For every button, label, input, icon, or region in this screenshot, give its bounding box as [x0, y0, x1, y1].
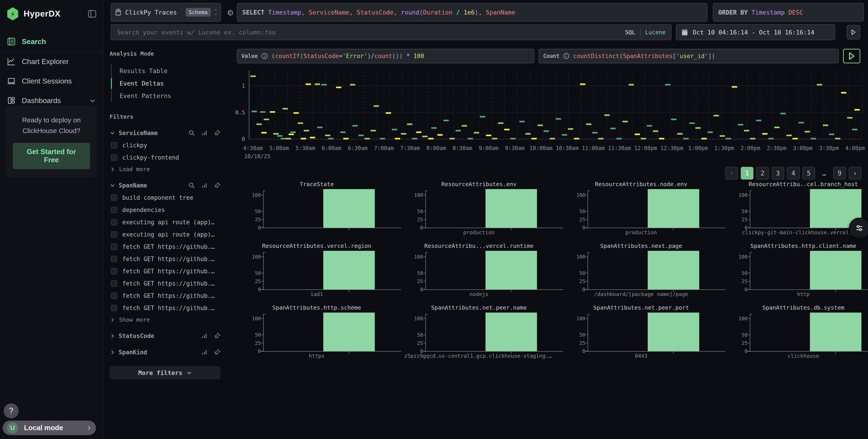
more-filters-button[interactable]: More filters: [110, 366, 220, 379]
checkbox[interactable]: [111, 256, 117, 262]
show-more-link[interactable]: Show more: [110, 316, 220, 323]
pin-icon[interactable]: [214, 182, 220, 189]
chart-settings-button[interactable]: [849, 218, 868, 239]
filter-option[interactable]: build component tree: [110, 194, 220, 201]
x-axis-tick-label: 12:00pm: [634, 145, 657, 151]
local-mode-pill[interactable]: U Local mode: [3, 420, 96, 435]
checkbox[interactable]: [111, 268, 117, 274]
sidebar-item-search[interactable]: Search: [0, 32, 103, 51]
filter-option[interactable]: fetch GET https://github.…: [110, 256, 220, 262]
analysis-mode-results-table[interactable]: Results Table: [112, 65, 220, 77]
lang-toggle-lucene[interactable]: Lucene: [645, 29, 665, 36]
filter-group-header[interactable]: ServiceName: [110, 129, 220, 137]
mini-chart-spanattributes-http-scheme[interactable]: SpanAttributes.http.scheme10050250https: [242, 304, 404, 359]
bar-chart-icon[interactable]: [201, 129, 208, 137]
pin-icon[interactable]: [214, 349, 220, 356]
checkbox[interactable]: [111, 231, 117, 238]
local-mode-label: Local mode: [24, 424, 63, 432]
code-token: =: [339, 53, 343, 59]
filter-option[interactable]: executing api route (app)…: [110, 219, 220, 226]
mini-y-tick-label: 100: [739, 316, 747, 321]
checkbox[interactable]: [111, 219, 117, 226]
mini-chart-spanattributes-net-peer-port[interactable]: SpanAttributes.net.peer.port100502508443: [566, 304, 728, 359]
checkbox[interactable]: [111, 195, 117, 201]
mini-chart-spanattributes-http-client-name[interactable]: SpanAttributes.http.client.name10050250h…: [728, 242, 868, 304]
checkbox[interactable]: [111, 207, 117, 213]
mini-chart-title: SpanAttributes.http.scheme: [242, 304, 392, 311]
checkbox[interactable]: [111, 154, 117, 161]
mini-chart-resourceattributes-node-env[interactable]: ResourceAttributes.node.env10050250produ…: [566, 180, 728, 242]
date-range-picker[interactable]: Oct 10 04:16:14 - Oct 10 16:16:14: [676, 24, 835, 40]
sidebar-item-client-sessions[interactable]: Client Sessions: [0, 71, 103, 91]
run-analysis-button[interactable]: [843, 49, 860, 63]
pagination-page-5[interactable]: 5: [802, 167, 815, 180]
filter-option[interactable]: clickpy-frontend: [110, 154, 220, 161]
analysis-mode-event-deltas[interactable]: Event Deltas: [112, 77, 220, 90]
select-clause-input[interactable]: SELECT Timestamp, ServiceName, StatusCod…: [237, 3, 707, 22]
schema-badge: Schema: [186, 8, 211, 17]
filter-option[interactable]: clickpy: [110, 142, 220, 149]
bar-chart-icon[interactable]: [201, 182, 208, 189]
dashboards-icon: [7, 96, 16, 105]
checkbox[interactable]: [111, 243, 117, 250]
run-search-button[interactable]: [847, 25, 860, 39]
search-icon[interactable]: [188, 182, 195, 189]
checkbox[interactable]: [111, 305, 117, 311]
mini-chart-resourceattributes-vercel-region[interactable]: ResourceAttributes.vercel.region10050250…: [242, 242, 404, 304]
collapse-sidebar-icon[interactable]: [88, 10, 96, 18]
chevron-down-icon: [110, 182, 116, 188]
filter-option[interactable]: fetch GET https://github.…: [110, 292, 220, 299]
filter-group-header[interactable]: SpanKind: [110, 349, 220, 356]
pin-icon[interactable]: [214, 129, 220, 137]
mini-y-tick-label: 25: [255, 217, 261, 223]
orderby-clause-input[interactable]: ORDER BY Timestamp DESC: [713, 3, 864, 22]
checkbox[interactable]: [111, 293, 117, 299]
filter-option[interactable]: fetch GET https://github.…: [110, 280, 220, 287]
source-selector[interactable]: ClickPy Traces Schema ⌃⌄: [111, 3, 221, 22]
code-token: 'Error': [342, 53, 367, 59]
pagination-page-4[interactable]: 4: [787, 167, 800, 180]
load-more-link[interactable]: Load more: [110, 166, 220, 173]
pagination-page-3[interactable]: 3: [772, 167, 784, 180]
mini-chart-resourceattribu-vercel-runtime[interactable]: ResourceAttribu...vercel.runtime10050250…: [404, 242, 566, 304]
get-started-button[interactable]: Get Started for Free: [13, 143, 90, 169]
bar-chart-icon[interactable]: [201, 332, 208, 339]
bar-chart-icon[interactable]: [201, 349, 208, 356]
mini-chart-plot: 10050250: [588, 251, 715, 289]
analysis-mode-event-patterns[interactable]: Event Patterns: [112, 90, 220, 102]
mini-chart-tracestate[interactable]: TraceState10050250: [242, 180, 404, 242]
pin-icon[interactable]: [214, 332, 220, 339]
mini-chart-bar: [486, 313, 537, 351]
lang-toggle-sql[interactable]: SQL: [625, 29, 635, 36]
pagination-next-button[interactable]: ›: [849, 167, 861, 180]
count-expression-input[interactable]: Count countDistinct(SpanAttributes['user…: [538, 49, 839, 63]
pagination-page-2[interactable]: 2: [756, 167, 769, 180]
search-icon[interactable]: [188, 129, 195, 137]
filter-option[interactable]: fetch GET https://github.…: [110, 268, 220, 275]
mini-chart-spanattributes-net-peer-name[interactable]: SpanAttributes.net.peer.name10050250z5pz…: [404, 304, 566, 359]
event-deltas-chart[interactable]: 10.504:30am5:00am5:30am6:00am6:30am7:00a…: [227, 68, 868, 164]
value-expression-input[interactable]: Value (countIf(StatusCode='Error')/count…: [237, 49, 534, 63]
filter-option[interactable]: fetch GET https://github.…: [110, 304, 220, 312]
sidebar-item-chart-explorer[interactable]: Chart Explorer: [0, 52, 103, 71]
gear-icon[interactable]: [225, 8, 234, 17]
filter-option[interactable]: dependencies: [110, 207, 220, 213]
mini-chart-spanattributes-db-system[interactable]: SpanAttributes.db.system10050250clickhou…: [728, 304, 868, 359]
pagination-page-9[interactable]: 9: [833, 167, 846, 180]
mini-chart-resourceattributes-env[interactable]: ResourceAttributes.env10050250production: [404, 180, 566, 242]
mini-chart-resourceattribu-cel-branch-host[interactable]: ResourceAttribu..cel.branch_host10050250…: [728, 180, 868, 242]
pagination-prev-button[interactable]: ‹: [725, 167, 738, 180]
filter-group-spanname: SpanNamebuild component treedependencies…: [110, 182, 220, 323]
filter-group-header[interactable]: SpanName: [110, 182, 220, 189]
chevron-down-icon: [110, 130, 116, 136]
checkbox[interactable]: [111, 280, 117, 287]
help-button[interactable]: ?: [4, 403, 19, 418]
checkbox[interactable]: [111, 142, 117, 148]
filter-option[interactable]: executing api route (app)…: [110, 231, 220, 238]
filter-option[interactable]: fetch GET https://github.…: [110, 243, 220, 250]
pagination-page-1[interactable]: 1: [741, 167, 753, 180]
filter-group-header[interactable]: StatusCode: [110, 332, 220, 339]
deltas-chart-canvas[interactable]: [227, 68, 864, 141]
search-input[interactable]: [117, 29, 625, 36]
mini-chart-spanattributes-next-page[interactable]: SpanAttributes.next.page10050250/dashboa…: [566, 242, 728, 304]
